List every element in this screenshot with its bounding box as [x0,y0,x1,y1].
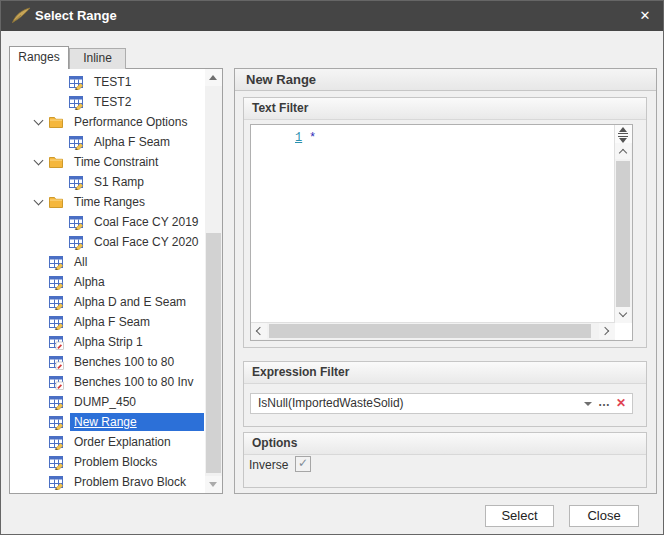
editor-horizontal-scrollbar[interactable] [251,322,615,340]
tree-item-alpha-f-seam[interactable]: Alpha F Seam [10,132,204,152]
grid-edit-yellow-icon [48,474,64,490]
tree-item-coal-face-cy-2019[interactable]: Coal Face CY 2019 [10,212,204,232]
grid-edit-yellow-icon [48,254,64,270]
grid-edit-yellow-icon [68,94,84,110]
editor-vscroll-thumb[interactable] [616,161,630,307]
tab-ranges[interactable]: Ranges [9,46,69,69]
text-filter-editor[interactable]: 1 * [250,124,633,341]
editor-line-number: 1 [295,131,302,145]
select-button[interactable]: Select [485,505,554,527]
tree-item-dump-450[interactable]: DUMP_450 [10,392,204,412]
tree-item-label: Problem Bravo Block [70,473,190,491]
tree: TEST1TEST2Performance OptionsAlpha F Sea… [10,72,204,492]
tree-item-label: Performance Options [70,113,191,131]
tab-inline[interactable]: Inline [69,48,126,69]
text-filter-caption: Text Filter [244,98,646,120]
grid-edit-yellow-icon [68,134,84,150]
clear-expression-icon[interactable]: ✕ [616,394,626,413]
grid-edit-yellow-icon [48,274,64,290]
tree-scrollbar[interactable] [205,69,222,493]
tree-item-test2[interactable]: TEST2 [10,92,204,112]
grid-edit-yellow-icon [48,454,64,470]
expression-filter-value: IsNull(ImportedWasteSolid) [258,394,404,413]
tree-item-label: Alpha F Seam [70,313,154,331]
tree-item-alpha[interactable]: Alpha [10,272,204,292]
grid-edit-yellow-icon [48,314,64,330]
splitter-handle-icon[interactable] [615,125,632,143]
tree-item-order-explanation[interactable]: Order Explanation [10,432,204,452]
editor-scroll-corner [615,323,632,340]
scroll-down-button[interactable] [205,476,222,493]
scroll-up-icon [209,75,217,80]
grid-edit-red-icon [48,374,64,390]
tree-item-label: Order Explanation [70,433,175,451]
tree-item-test1[interactable]: TEST1 [10,72,204,92]
app-feather-icon [11,7,31,25]
tree-item-s1-ramp[interactable]: S1 Ramp [10,172,204,192]
tree-item-benches-100-to-80[interactable]: Benches 100 to 80 [10,352,204,372]
editor-vertical-scrollbar[interactable] [614,125,632,323]
chevron-down-icon [619,309,627,317]
tree-item-alpha-strip-1[interactable]: Alpha Strip 1 [10,332,204,352]
tree-item-label: DUMP_450 [70,393,140,411]
expression-filter-input[interactable]: IsNull(ImportedWasteSolid) … ✕ [250,393,633,414]
dropdown-caret-icon[interactable] [584,402,592,406]
tree-scrollbar-thumb[interactable] [206,233,221,473]
tree-item-problem-bravo-block[interactable]: Problem Bravo Block [10,472,204,492]
tree-item-all[interactable]: All [10,252,204,272]
tree-item-label: Alpha D and E Seam [70,293,190,311]
ellipsis-button[interactable]: … [598,394,610,411]
folder-icon [48,194,64,210]
tree-item-problem-blocks[interactable]: Problem Blocks [10,452,204,472]
grid-edit-red-icon [48,354,64,370]
range-tree-panel: TEST1TEST2Performance OptionsAlpha F Sea… [9,68,223,494]
tree-item-time-constraint[interactable]: Time Constraint [10,152,204,172]
chevron-left-icon [256,327,264,335]
expander-chevron-icon[interactable] [30,193,48,211]
editor-code-text: * [309,131,316,145]
tree-item-label: Alpha F Seam [90,133,174,151]
folder-icon [48,114,64,130]
grid-edit-yellow-icon [48,394,64,410]
tree-item-benches-100-to-80-inv[interactable]: Benches 100 to 80 Inv [10,372,204,392]
tree-item-label: New Range [70,413,204,431]
tree-item-alpha-f-seam[interactable]: Alpha F Seam [10,312,204,332]
tree-item-alpha-d-and-e-seam[interactable]: Alpha D and E Seam [10,292,204,312]
editor-scroll-up-button[interactable] [615,143,631,159]
expander-chevron-icon[interactable] [30,153,48,171]
tree-item-label: Problem Blocks [70,453,161,471]
tree-item-label: Coal Face CY 2020 [90,233,203,251]
grid-edit-yellow-icon [68,214,84,230]
close-window-icon[interactable]: ✕ [625,1,664,31]
editor-scroll-down-button[interactable] [615,307,631,323]
tree-item-label: TEST2 [90,93,135,111]
tree-item-new-range[interactable]: New Range [10,412,204,432]
panel-caption: New Range [235,69,656,91]
chevron-up-icon [619,149,627,157]
scroll-down-icon [209,482,217,487]
editor-scroll-right-button[interactable] [599,323,615,339]
tree-item-label: Benches 100 to 80 [70,353,178,371]
editor-hscroll-thumb[interactable] [269,324,591,338]
options-caption: Options [244,433,646,455]
inverse-label: Inverse [249,457,288,473]
tree-item-coal-face-cy-2020[interactable]: Coal Face CY 2020 [10,232,204,252]
grid-edit-yellow-icon [68,74,84,90]
tree-item-label: Time Ranges [70,193,149,211]
editor-scroll-left-button[interactable] [251,323,267,339]
grid-edit-yellow-icon [68,174,84,190]
grid-edit-red-icon [48,334,64,350]
chevron-right-icon [601,327,609,335]
tree-item-performance-options[interactable]: Performance Options [10,112,204,132]
expander-chevron-icon[interactable] [30,113,48,131]
tree-item-time-ranges[interactable]: Time Ranges [10,192,204,212]
select-range-dialog: Select Range ✕ Ranges Inline TEST1TEST2P… [0,0,664,535]
tree-item-label: Alpha [70,273,109,291]
tree-item-label: Alpha Strip 1 [70,333,147,351]
tree-item-label: Coal Face CY 2019 [90,213,203,231]
close-button[interactable]: Close [569,505,639,527]
inverse-checkbox[interactable]: ✓ [295,456,311,472]
scroll-up-button[interactable] [205,69,222,86]
window-title: Select Range [35,1,117,31]
tree-item-label: TEST1 [90,73,135,91]
